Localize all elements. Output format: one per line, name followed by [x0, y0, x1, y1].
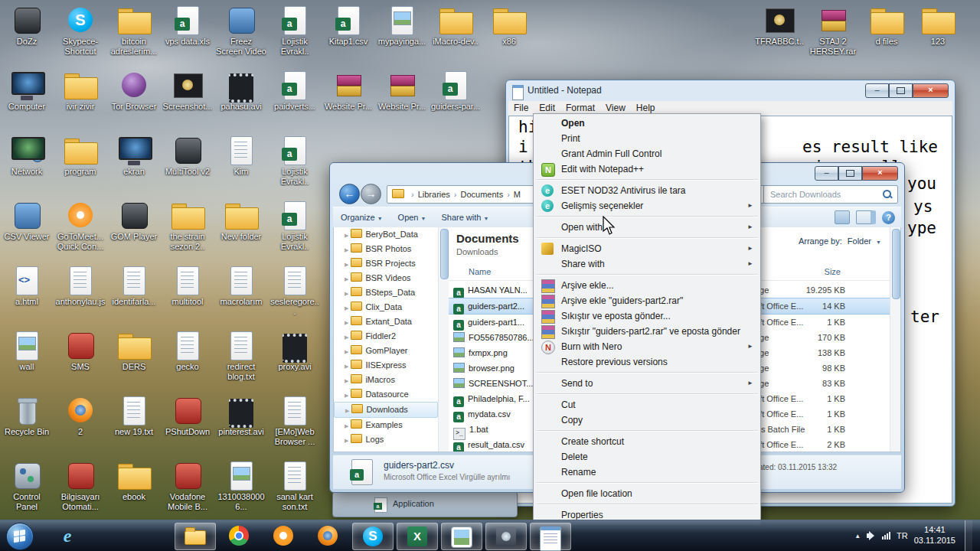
- desktop-icon-imacro-dev[interactable]: iMacro-dev..: [430, 6, 481, 47]
- search-input[interactable]: Search Downloads: [763, 185, 898, 204]
- notepad-menu-help[interactable]: Help: [631, 103, 661, 113]
- breadcrumb-libraries[interactable]: Libraries: [418, 190, 450, 199]
- context-menu-item-send-to[interactable]: Send to►: [535, 376, 759, 391]
- column-size[interactable]: Size: [795, 267, 841, 276]
- tree-item-bsr-projects[interactable]: ▶BSR Projects: [334, 256, 438, 271]
- tree-expand-icon[interactable]: ▶: [345, 262, 348, 267]
- desktop-icon-mypayinga[interactable]: mypayinga...: [377, 6, 427, 47]
- tree-item-bsteps-data[interactable]: ▶BSteps_Data: [334, 285, 438, 300]
- desktop-icon-guiders-par[interactable]: aguiders-par...: [430, 71, 481, 112]
- desktop-icon-new-19-txt[interactable]: new 19.txt: [109, 396, 159, 437]
- volume-icon[interactable]: [867, 531, 876, 540]
- desktop-icon-wall[interactable]: wall: [2, 331, 52, 372]
- tree-item-clix-data[interactable]: ▶Clix_Data: [334, 300, 438, 315]
- taskbar-icon-gotomeeting[interactable]: [263, 523, 303, 549]
- desktop-icon-vodafone-mobile-b[interactable]: Vodafone Mobile B...: [162, 461, 213, 511]
- taskbar-icon-excel[interactable]: X: [397, 523, 438, 550]
- desktop-icon-the-strain-sezon-2[interactable]: the strain sezon 2..: [162, 201, 213, 251]
- desktop-icon-pinterest-avi[interactable]: pinterest.avi: [216, 396, 266, 437]
- tree-item-examples[interactable]: ▶Examples: [334, 418, 438, 432]
- desktop-icon-skypece-shortcut[interactable]: SSkypece- Shortcut: [55, 6, 106, 56]
- desktop-icon-paidverts[interactable]: apaidverts...: [270, 71, 320, 112]
- tree-item-datasource[interactable]: ▶Datasource: [334, 387, 438, 402]
- scrollbar-thumb[interactable]: [440, 229, 449, 279]
- desktop-icon-bilgisayar-otomati[interactable]: Bilgisayarı Otomati...: [55, 461, 106, 511]
- desktop-icon-screenshot[interactable]: Screenshot...: [162, 71, 213, 112]
- desktop-icon-pshutdown[interactable]: PShutDown: [162, 396, 213, 437]
- arrange-by-dropdown[interactable]: Arrange by: Folder ▼: [799, 236, 881, 246]
- toolbar-organize[interactable]: Organize▼: [333, 210, 390, 225]
- tree-item-iisexpress[interactable]: ▶IISExpress: [334, 358, 438, 373]
- desktop-icon-program[interactable]: program: [55, 136, 106, 177]
- tree-item-imacros[interactable]: ▶iMacros: [334, 373, 438, 387]
- tree-expand-icon[interactable]: ▶: [345, 364, 348, 369]
- tree-expand-icon[interactable]: ▶: [345, 423, 348, 429]
- context-menu-item-burn-with-nero[interactable]: NBurn with Nero►: [535, 339, 759, 354]
- desktop-icon-proxy-avi[interactable]: proxy.avi: [270, 331, 320, 372]
- context-menu-item-open[interactable]: Open: [535, 116, 759, 131]
- desktop-icon-vps-data-xls[interactable]: avps data.xls: [162, 6, 213, 47]
- tree-item-gomplayer[interactable]: ▶GomPlayer: [334, 344, 438, 358]
- clock[interactable]: 14:41 03.11.2015: [914, 525, 956, 546]
- tree-item-bsr-videos[interactable]: ▶BSR Videos: [334, 271, 438, 285]
- desktop-icon-ebook[interactable]: ebook: [109, 461, 159, 502]
- tree-expand-icon[interactable]: ▶: [345, 320, 348, 325]
- tree-expand-icon[interactable]: ▶: [345, 305, 348, 311]
- context-menu-item-grant-admin-full-control[interactable]: Grant Admin Full Control: [535, 146, 759, 161]
- scrollbar-thumb[interactable]: [892, 229, 900, 299]
- taskbar-icon-firefox[interactable]: [308, 523, 348, 549]
- context-menu-item-copy[interactable]: Copy: [535, 412, 759, 428]
- show-desktop-button[interactable]: [965, 520, 972, 551]
- application-window-fragment[interactable]: Application: [332, 491, 518, 517]
- close-button[interactable]: ×: [862, 166, 898, 181]
- column-name[interactable]: Name: [469, 267, 491, 276]
- desktop-icon-redirect-blog-txt[interactable]: redirect blog.txt: [216, 331, 266, 381]
- desktop-icon-anthonylau-js[interactable]: anthonylau.js: [55, 266, 106, 307]
- desktop-icon-lojistik-evrakl[interactable]: aLojistik Evrakl..: [270, 136, 320, 186]
- desktop-icon-website-pr[interactable]: Website Pr...: [377, 71, 427, 112]
- file-list-scrollbar[interactable]: [890, 227, 900, 452]
- start-button[interactable]: [6, 523, 34, 550]
- back-button[interactable]: ←: [339, 184, 360, 204]
- breadcrumb-documents[interactable]: Documents: [461, 190, 504, 199]
- context-menu-item-create-shortcut[interactable]: Create shortcut: [535, 434, 759, 449]
- desktop-icon-tfrabbc-t[interactable]: TFRABBC.t..: [754, 6, 805, 47]
- notepad-menu-format[interactable]: Format: [560, 103, 600, 113]
- tree-expand-icon[interactable]: ▶: [345, 247, 348, 253]
- taskbar-icon-notepad[interactable]: [530, 523, 571, 550]
- desktop-icon-network[interactable]: Network: [2, 136, 52, 177]
- desktop-icon-ders[interactable]: DERS: [109, 331, 159, 372]
- tree-item-downloads[interactable]: ▶Downloads: [334, 402, 438, 418]
- desktop-icon-macrolar-m[interactable]: macrolarım: [216, 266, 266, 307]
- toolbar-open[interactable]: Open▼: [390, 210, 434, 225]
- desktop-icon-x86[interactable]: x86: [484, 6, 534, 47]
- desktop-icon-dozz[interactable]: DoZz: [2, 6, 52, 47]
- context-menu-item-restore-previous-versions[interactable]: Restore previous versions: [535, 354, 759, 370]
- tree-item-extant-data[interactable]: ▶Extant_Data: [334, 315, 438, 329]
- desktop-icon-gotomeet-quick-con[interactable]: GoToMeet... Quick Con...: [55, 201, 106, 251]
- desktop-icon-freez-screen-video-cap[interactable]: Freez Screen Video Cap..: [216, 6, 266, 57]
- tree-expand-icon[interactable]: ▶: [345, 378, 348, 383]
- context-menu-item-ar-ive-ekle[interactable]: Arşive ekle...: [535, 278, 759, 293]
- taskbar-icon-chrome[interactable]: [219, 523, 259, 549]
- context-menu-item-eset-nod32-antivirus-ile-tara[interactable]: eESET NOD32 Antivirus ile tara: [535, 183, 759, 198]
- context-menu-item-edit-with-notepad[interactable]: NEdit with Notepad++: [535, 161, 759, 177]
- context-menu-item-magiciso[interactable]: MagicISO►: [535, 241, 759, 256]
- notepad-titlebar[interactable]: Untitled - Notepad – ×: [506, 80, 955, 100]
- toolbar-share-with[interactable]: Share with▼: [433, 210, 496, 225]
- desktop-icon-13100380006[interactable]: 13100380006...: [216, 461, 266, 511]
- desktop-icon-sms[interactable]: SMS: [55, 331, 106, 372]
- tree-expand-icon[interactable]: ▶: [345, 276, 348, 282]
- desktop-icon-kitap1-csv[interactable]: aKitap1.csv: [323, 6, 374, 47]
- tree-expand-icon[interactable]: ▶: [345, 408, 349, 413]
- desktop-icon-control-panel[interactable]: Control Panel: [2, 461, 52, 511]
- desktop-icon-gom-player[interactable]: GOM Player: [109, 201, 159, 242]
- close-button[interactable]: ×: [913, 83, 949, 98]
- context-menu-item-delete[interactable]: Delete: [535, 449, 759, 465]
- desktop-icon-ivir-zivir[interactable]: ivir zivir: [55, 71, 106, 112]
- minimize-button[interactable]: –: [815, 166, 838, 181]
- show-hidden-icons-button[interactable]: ▲: [854, 533, 861, 540]
- notepad-menu-edit[interactable]: Edit: [534, 103, 560, 113]
- language-indicator[interactable]: TR: [897, 531, 908, 540]
- tree-item-bsr-photos[interactable]: ▶BSR Photos: [334, 242, 438, 256]
